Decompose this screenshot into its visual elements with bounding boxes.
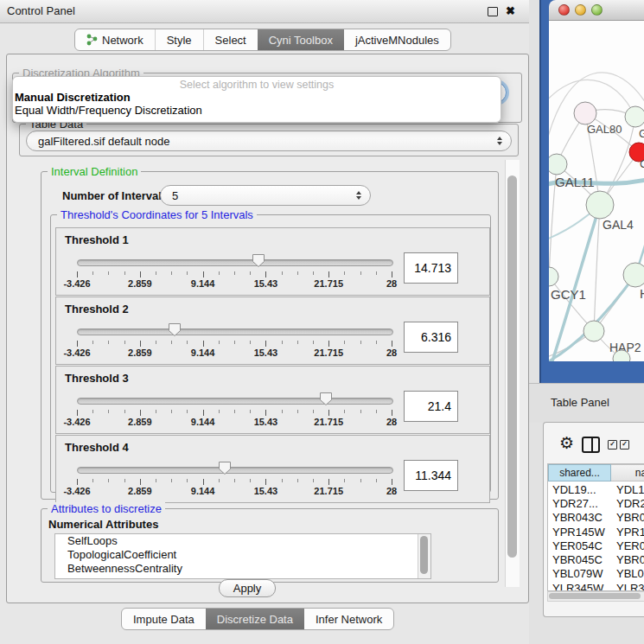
control-panel-titlebar: Control Panel ✖ — [0, 0, 529, 23]
threshold-slider-thumb[interactable] — [218, 461, 232, 475]
table-row[interactable]: YDL19...YDL1 — [548, 482, 644, 496]
algorithm-option[interactable]: Equal Width/Frequency Discretization — [13, 104, 501, 117]
cell-name[interactable]: YBL0 — [611, 567, 644, 580]
network-node[interactable] — [574, 102, 596, 124]
tab-infer-network[interactable]: Infer Network — [304, 609, 393, 629]
algorithm-placeholder: Select algorithm to view settings — [13, 79, 501, 91]
settings-vertical-scrollbar[interactable] — [505, 160, 520, 587]
threshold-slider-track[interactable] — [77, 467, 393, 474]
table-row[interactable]: YER054CYER0 — [548, 539, 644, 552]
tab-discretize-data[interactable]: Discretize Data — [206, 609, 304, 629]
scale-label: 2.859 — [128, 417, 152, 427]
threshold-slider-track[interactable] — [77, 259, 393, 266]
node-label: GAL4 — [603, 218, 634, 232]
cell-name[interactable]: YDL1 — [611, 483, 644, 496]
cell-shared-name[interactable]: YLR345W — [548, 582, 611, 591]
threshold-slider-thumb[interactable] — [319, 392, 333, 406]
numerical-attributes-list[interactable]: SelfLoopsTopologicalCoefficientBetweenne… — [54, 533, 431, 579]
scale-label: -3.426 — [63, 417, 90, 427]
apply-button[interactable]: Apply — [219, 579, 276, 597]
cell-shared-name[interactable]: YDL19... — [548, 483, 611, 496]
float-window-icon[interactable] — [488, 7, 498, 16]
table-row[interactable]: YBL079WYBL0 — [548, 567, 644, 581]
threshold-value-field[interactable]: 11.344 — [404, 460, 458, 491]
cell-name[interactable]: YPR1 — [611, 526, 644, 539]
cell-shared-name[interactable]: YDR27... — [548, 497, 611, 510]
table-row[interactable]: YBR043CYBR0 — [548, 511, 644, 525]
network-node[interactable] — [583, 321, 604, 341]
cell-shared-name[interactable]: YER054C — [548, 539, 611, 552]
cell-name[interactable]: YBR0 — [611, 511, 644, 524]
cell-name[interactable]: YLR3 — [611, 582, 644, 591]
threshold-label: Threshold 2 — [65, 303, 129, 316]
scrollbar-thumb[interactable] — [420, 536, 428, 574]
number-of-intervals-spinner[interactable]: 5 — [160, 185, 371, 206]
scrollbar-thumb[interactable] — [507, 175, 517, 558]
column-header-shared[interactable]: shared... — [548, 464, 611, 481]
tab-cyni-toolbox[interactable]: Cyni Toolbox — [258, 29, 344, 50]
minimize-light-icon[interactable] — [575, 4, 586, 16]
tab-label: Network — [102, 34, 143, 47]
network-node[interactable] — [625, 106, 644, 127]
threshold-value-field[interactable]: 21.4 — [404, 391, 458, 422]
tab-network[interactable]: Network — [75, 29, 155, 50]
threshold-slider-track[interactable] — [77, 398, 393, 405]
scale-label: -3.426 — [63, 348, 90, 358]
network-node[interactable] — [586, 191, 614, 219]
tab-label: Discretize Data — [217, 613, 293, 626]
attribute-list-item[interactable]: BetweennessCentrality — [55, 562, 430, 576]
close-light-icon[interactable] — [558, 4, 570, 16]
checkbox-icons[interactable]: ✓ ✓ — [608, 440, 629, 450]
checkbox-icon[interactable]: ✓ — [608, 440, 617, 450]
tab-jactivemnodules[interactable]: jActiveMNodules — [344, 29, 450, 50]
thresholds-group-title: Threshold's Coordinates for 5 Intervals — [57, 208, 257, 221]
network-node[interactable] — [549, 154, 567, 175]
attribute-list-item[interactable]: TopologicalCoefficient — [55, 548, 430, 562]
algorithm-option[interactable]: Manual Discretization — [13, 91, 501, 104]
zoom-light-icon[interactable] — [591, 4, 603, 16]
threshold-label: Threshold 3 — [65, 372, 129, 385]
threshold-slider-thumb[interactable] — [168, 322, 182, 337]
cell-name[interactable]: YBR0 — [611, 553, 644, 566]
tab-impute-data[interactable]: Impute Data — [122, 609, 206, 629]
table-row[interactable]: YBR045CYBR0 — [548, 553, 644, 567]
table-data-selected: galFiltered.sif default node — [27, 135, 497, 148]
cell-shared-name[interactable]: YBL079W — [548, 567, 611, 580]
cell-shared-name[interactable]: YPR145W — [548, 526, 611, 539]
cell-name[interactable]: YER0 — [611, 539, 644, 552]
network-node[interactable] — [549, 267, 558, 286]
threshold-slider-track[interactable] — [77, 328, 393, 335]
threshold-value-field[interactable]: 14.713 — [404, 252, 458, 284]
attribute-list-item[interactable]: SelfLoops — [55, 534, 430, 548]
threshold-panel: Threshold 3 -3.4262.8599.14415.4321.7152… — [55, 366, 490, 434]
table-data-combobox[interactable]: galFiltered.sif default node — [26, 131, 512, 151]
node-label: GAL80 — [587, 123, 622, 136]
column-header-name[interactable]: na... — [611, 464, 644, 481]
scrollbar-thumb[interactable] — [549, 593, 641, 599]
network-canvas[interactable]: GAL80GCGAL11GAL4GCY1HHAP2 — [549, 21, 644, 361]
node-table: shared... na... YDL19...YDL1YDR27...YDR2… — [547, 463, 644, 591]
scale-label: 21.715 — [314, 348, 343, 358]
attributes-list-scrollbar[interactable] — [418, 534, 430, 578]
table-horizontal-scrollbar[interactable] — [547, 591, 644, 602]
table-row[interactable]: YPR145WYPR1 — [548, 525, 644, 539]
table-panel: ⚙ ✓ ✓ shared... na... YDL19...YDL1YDR27.… — [543, 422, 644, 617]
threshold-slider-thumb[interactable] — [252, 253, 265, 268]
cell-shared-name[interactable]: YBR045C — [548, 553, 611, 566]
columns-icon[interactable] — [582, 437, 600, 453]
tab-style[interactable]: Style — [155, 29, 203, 50]
close-icon[interactable]: ✖ — [506, 6, 515, 16]
gear-icon[interactable]: ⚙ — [559, 436, 574, 452]
threshold-value-field[interactable]: 6.316 — [404, 322, 458, 353]
cell-name[interactable]: YDR2 — [611, 497, 644, 510]
checkbox-icon[interactable]: ✓ — [620, 440, 629, 450]
cell-shared-name[interactable]: YBR043C — [548, 511, 611, 524]
tab-label: Cyni Toolbox — [269, 34, 333, 47]
network-node[interactable] — [623, 263, 644, 287]
numerical-attributes-label: Numerical Attributes — [48, 518, 158, 531]
tab-select[interactable]: Select — [203, 29, 258, 50]
table-row[interactable]: YLR345WYLR3 — [548, 581, 644, 591]
table-row[interactable]: YDR27...YDR2 — [548, 496, 644, 510]
tab-label: Select — [215, 34, 246, 47]
network-icon — [86, 34, 98, 46]
